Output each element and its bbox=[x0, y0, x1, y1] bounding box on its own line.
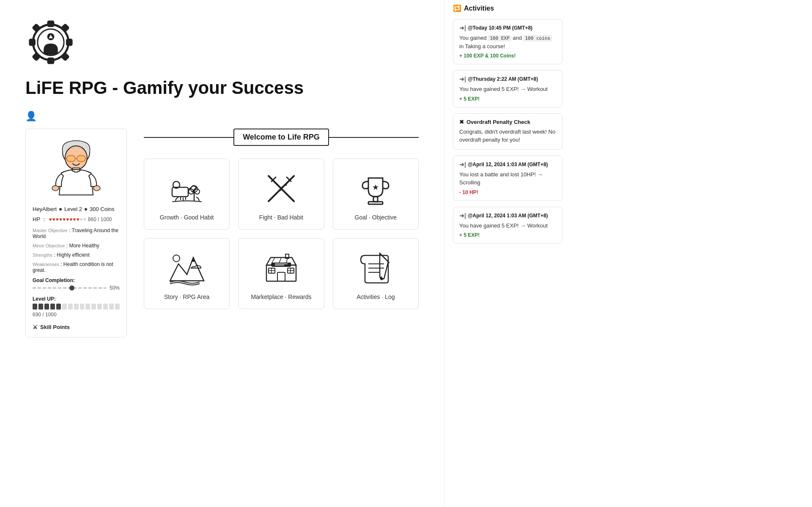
separator2 bbox=[85, 208, 87, 211]
minor-objective-row: Minor Objective : More Healthy bbox=[33, 243, 120, 249]
lb5 bbox=[56, 304, 61, 310]
card-icon-plant bbox=[166, 167, 208, 210]
strengths-row: Strengths : Highly efficient bbox=[33, 252, 120, 258]
strengths-label: Strengths bbox=[33, 252, 52, 258]
center-panel: Welcome to Life RPG bbox=[144, 129, 419, 337]
progress-thumb bbox=[69, 285, 74, 290]
activity-3-reward: - 10 HP! bbox=[459, 189, 556, 195]
character-illustration bbox=[47, 136, 106, 199]
svg-rect-39 bbox=[373, 197, 378, 202]
svg-text:✦: ✦ bbox=[284, 183, 288, 187]
level-up-label: Level UP: bbox=[33, 296, 120, 302]
shop-icon-svg bbox=[262, 249, 300, 287]
level-blocks bbox=[33, 304, 120, 310]
activity-4-text: You have gained 5 EXP! → Workout bbox=[459, 222, 556, 230]
heart-3: ♥ bbox=[56, 217, 59, 222]
lb6 bbox=[62, 304, 67, 310]
lb2 bbox=[38, 304, 43, 310]
activities-icon: 🔁 bbox=[453, 4, 461, 12]
progress-percent: 50% bbox=[110, 285, 120, 291]
activity-3-text: You lost a battle and lost 10HP! → Scrol… bbox=[459, 170, 556, 187]
strengths-value: Highly efficient bbox=[57, 252, 90, 258]
activity-4-time: @April 12, 2024 1:03 AM (GMT+8) bbox=[468, 213, 548, 219]
activity-3-time: @April 12, 2024 1:03 AM (GMT+8) bbox=[468, 162, 548, 167]
heart-9: ♥ bbox=[76, 217, 79, 222]
activity-1: ➜| @Today 10:45 PM (GMT+8) You gained 10… bbox=[453, 19, 562, 64]
welcome-banner: Welcome to Life RPG bbox=[233, 129, 329, 146]
hp-row: HP ： ♥ ♥ ♥ ♥ ♥ ♥ ♥ ♥ ♥ ♥ ♥ 860 / 1000 bbox=[33, 216, 120, 223]
svg-point-18 bbox=[69, 156, 74, 161]
activity-1-timestamp: ➜| @Today 10:45 PM (GMT+8) bbox=[459, 25, 556, 31]
overdraft-card: ✖ Overdraft Penalty Check Congrats, didn… bbox=[453, 113, 562, 150]
card-goal-objective[interactable]: ★ Goal · Objective bbox=[333, 159, 419, 230]
activity-2: ➜| @Thursday 2:22 AM (GMT+8) You have ga… bbox=[453, 70, 562, 107]
card-fight-bad-habit[interactable]: ✦ ✦ ✦ Fight · Bad Habit bbox=[238, 159, 324, 230]
exp-badge-1: 100 EXP bbox=[488, 35, 511, 41]
svg-rect-3 bbox=[30, 40, 35, 45]
card-label-growth: Growth · Good Habit bbox=[160, 214, 214, 221]
svg-rect-47 bbox=[277, 272, 285, 281]
heart-2: ♥ bbox=[52, 217, 55, 222]
svg-rect-2 bbox=[48, 58, 53, 63]
progress-bar: 50% bbox=[33, 285, 120, 291]
separator bbox=[59, 208, 62, 211]
svg-rect-1 bbox=[48, 22, 53, 26]
character-level: Level 2 bbox=[64, 206, 82, 212]
arrow-icon-3: ➜| bbox=[459, 161, 466, 168]
card-story[interactable]: Story · RPG Area bbox=[144, 238, 230, 309]
character-avatar bbox=[33, 136, 120, 201]
activity-1-time: @Today 10:45 PM (GMT+8) bbox=[468, 25, 532, 31]
swords-icon-svg: ✦ ✦ ✦ bbox=[262, 170, 300, 208]
svg-text:✦: ✦ bbox=[281, 185, 284, 189]
activity-3: ➜| @April 12, 2024 1:03 AM (GMT+8) You l… bbox=[453, 156, 562, 201]
master-objective-row: Master Objective : Traveling Around the … bbox=[33, 227, 120, 239]
svg-rect-5 bbox=[33, 25, 39, 31]
card-label-marketplace: Marketplace · Rewards bbox=[251, 293, 311, 300]
card-label-activities: Activities · Log bbox=[357, 293, 395, 300]
svg-point-19 bbox=[79, 156, 84, 161]
skill-points-row[interactable]: ⚔ Skill Points bbox=[33, 324, 120, 330]
lb11 bbox=[91, 304, 96, 310]
lb4 bbox=[50, 304, 55, 310]
card-marketplace[interactable]: Marketplace · Rewards bbox=[238, 238, 324, 309]
svg-rect-55 bbox=[272, 263, 291, 267]
banner-line-left bbox=[144, 137, 233, 138]
x-icon-overdraft: ✖ bbox=[459, 119, 464, 125]
heart-1: ♥ bbox=[49, 217, 52, 222]
character-name-row: HeyAlbert Level 2 300 Coins bbox=[33, 206, 120, 212]
heart-5: ♥ bbox=[63, 217, 66, 222]
card-icon-trophy: ★ bbox=[354, 167, 397, 210]
activities-title: 🔁 Activities bbox=[453, 4, 562, 12]
activity-4-timestamp: ➜| @April 12, 2024 1:03 AM (GMT+8) bbox=[459, 212, 556, 219]
svg-text:★: ★ bbox=[372, 183, 379, 192]
activity-2-reward: + 5 EXP! bbox=[459, 96, 556, 102]
minor-objective-value: More Healthy bbox=[69, 243, 99, 249]
card-growth-good-habit[interactable]: Growth · Good Habit bbox=[144, 159, 230, 230]
activity-1-reward: + 100 EXP & 100 Coins! bbox=[459, 53, 556, 59]
heart-10: ♥ bbox=[80, 217, 83, 222]
trophy-icon-svg: ★ bbox=[357, 170, 395, 208]
lb9 bbox=[80, 304, 85, 310]
arrow-icon-2: ➜| bbox=[459, 76, 466, 82]
overdraft-text: Congrats, didn't overdraft last week! No… bbox=[459, 128, 556, 144]
svg-rect-40 bbox=[368, 202, 383, 204]
plant-icon-svg bbox=[168, 170, 206, 208]
activity-1-text: You gained 100 EXP and 100 coins in Taki… bbox=[459, 34, 556, 50]
heart-8: ♥ bbox=[73, 217, 76, 222]
heart-6: ♥ bbox=[66, 217, 69, 222]
activity-3-timestamp: ➜| @April 12, 2024 1:03 AM (GMT+8) bbox=[459, 161, 556, 168]
character-coins: 300 Coins bbox=[90, 206, 115, 212]
heart-7: ♥ bbox=[69, 217, 72, 222]
card-activities-log[interactable]: Activities · Log bbox=[333, 238, 419, 309]
skill-points-icon: ⚔ bbox=[33, 324, 38, 330]
logo-icon bbox=[25, 17, 76, 68]
activities-title-text: Activities bbox=[464, 5, 494, 12]
card-label-fight: Fight · Bad Habit bbox=[259, 214, 303, 221]
svg-rect-23 bbox=[172, 187, 188, 197]
master-objective-label: Master Objective bbox=[33, 228, 68, 233]
heart-4: ♥ bbox=[59, 217, 62, 222]
coins-badge-1: 100 coins bbox=[523, 35, 552, 41]
user-icon-row: 👤 bbox=[25, 111, 419, 122]
card-grid: Growth · Good Habit bbox=[144, 159, 419, 309]
overdraft-title: ✖ Overdraft Penalty Check bbox=[459, 119, 556, 125]
